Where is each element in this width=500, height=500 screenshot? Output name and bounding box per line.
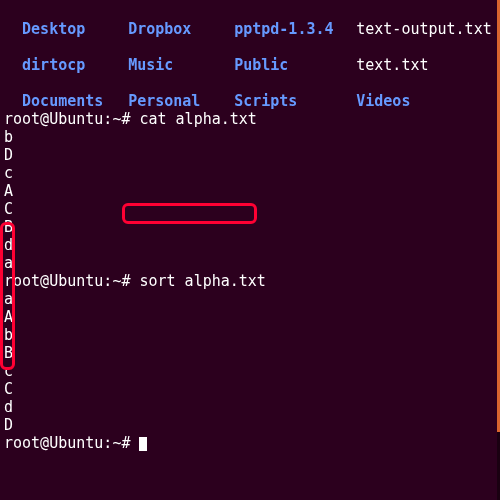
cat-output-line: C <box>4 200 496 218</box>
sort-output-line: c <box>4 362 496 380</box>
prompt-symbol: # <box>121 110 130 128</box>
prompt-user: root@Ubuntu <box>4 110 103 128</box>
cursor-icon <box>139 437 147 451</box>
cat-output-line: a <box>4 254 496 272</box>
ls-dir: pptpd-1.3.4 <box>234 20 338 38</box>
cat-output-line: A <box>4 182 496 200</box>
sort-output-line: A <box>4 308 496 326</box>
ls-file: text-output.txt <box>356 20 491 38</box>
cat-output-line: d <box>4 236 496 254</box>
sort-output-line: C <box>4 380 496 398</box>
ls-dir: Desktop <box>22 20 110 38</box>
ls-dir: Music <box>128 56 216 74</box>
prompt-line-cat[interactable]: root@Ubuntu:~# cat alpha.txt <box>4 110 496 128</box>
sort-output-line: D <box>4 416 496 434</box>
ls-row: dirtocp Music Public text.txt <box>4 38 496 74</box>
cat-output-line: B <box>4 218 496 236</box>
ls-dir: Videos <box>356 92 444 110</box>
prompt-line-idle[interactable]: root@Ubuntu:~# <box>4 434 496 452</box>
prompt-user: root@Ubuntu <box>4 272 103 290</box>
ls-dir: Public <box>234 56 338 74</box>
ls-dir: Documents <box>22 92 110 110</box>
ls-dir: Scripts <box>234 92 338 110</box>
cat-output-line: b <box>4 128 496 146</box>
ls-dir: Dropbox <box>128 20 216 38</box>
prompt-line-sort[interactable]: root@Ubuntu:~# sort alpha.txt <box>4 272 496 290</box>
ls-dir: Personal <box>128 92 216 110</box>
cat-output-line: D <box>4 146 496 164</box>
ls-row: Documents Personal Scripts Videos <box>4 74 496 110</box>
sort-output-line: d <box>4 398 496 416</box>
prompt-symbol: # <box>121 434 130 452</box>
command-cat: cat alpha.txt <box>139 110 256 128</box>
command-sort: sort alpha.txt <box>139 272 265 290</box>
ls-dir: dirtocp <box>22 56 110 74</box>
prompt-user: root@Ubuntu <box>4 434 103 452</box>
sort-output-line: B <box>4 344 496 362</box>
sort-output-line: a <box>4 290 496 308</box>
prompt-symbol: # <box>121 272 130 290</box>
ls-file: text.txt <box>356 56 444 74</box>
ls-row: Desktop Dropbox pptpd-1.3.4 text-output.… <box>4 2 496 38</box>
cat-output-line: c <box>4 164 496 182</box>
sort-output-line: b <box>4 326 496 344</box>
